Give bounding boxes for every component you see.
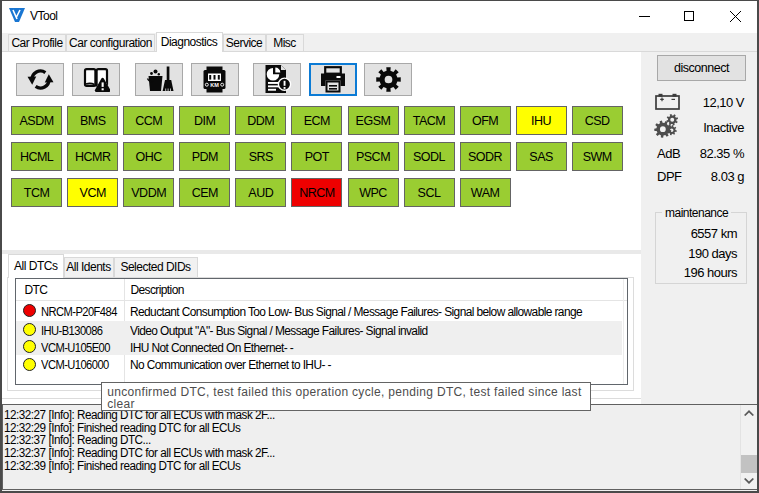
svg-text:KM: KM — [210, 81, 219, 87]
